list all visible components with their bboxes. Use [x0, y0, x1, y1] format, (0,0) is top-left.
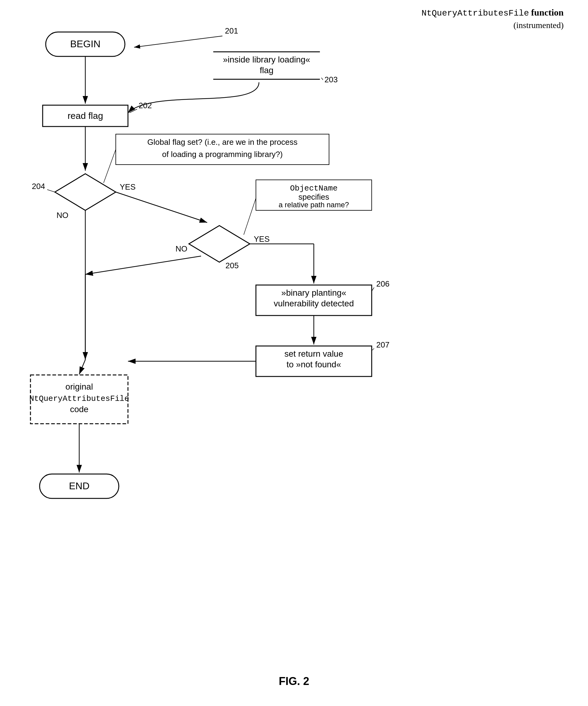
- original-text2: NtQueryAttributesFile: [29, 394, 129, 403]
- no-label-2: NO: [175, 244, 187, 253]
- end-node-text: END: [69, 480, 90, 492]
- original-text1: original: [66, 382, 93, 391]
- svg-line-31: [79, 360, 85, 374]
- svg-line-22: [85, 256, 201, 274]
- vuln-text1: »binary planting«: [281, 288, 346, 298]
- objectname-label: ObjectName: [290, 184, 338, 193]
- yes-label-2: YES: [254, 234, 269, 243]
- svg-marker-13: [55, 174, 116, 210]
- set-return-text1: set return value: [285, 349, 343, 358]
- objectname-specifies-text2: a relative path name?: [279, 201, 349, 209]
- ref-205: 205: [225, 261, 239, 270]
- fig-label: FIG. 2: [279, 675, 309, 688]
- begin-node-text: BEGIN: [70, 38, 100, 49]
- svg-line-8: [134, 36, 222, 47]
- set-return-text2: to »not found«: [286, 360, 341, 369]
- ref-201: 201: [225, 26, 238, 35]
- svg-line-12: [103, 149, 116, 183]
- ref-206: 206: [376, 279, 389, 288]
- svg-line-9: [322, 78, 323, 80]
- svg-line-15: [116, 192, 207, 223]
- inside-lib-flag-text1: »inside library loading«: [223, 55, 310, 64]
- diagram-container: NtQueryAttributesFile function (instrume…: [0, 0, 588, 706]
- ref-203: 203: [325, 75, 338, 84]
- svg-line-18: [244, 198, 256, 235]
- read-flag-text: read flag: [68, 111, 103, 121]
- yes-label-1: YES: [120, 182, 135, 191]
- global-flag-text1: Global flag set? (i.e., are we in the pr…: [148, 138, 298, 147]
- inside-lib-flag-text2: flag: [260, 66, 273, 75]
- original-text3: code: [70, 404, 89, 414]
- no-label-1: NO: [57, 211, 69, 220]
- global-flag-text2: of loading a programming library?): [162, 150, 283, 159]
- ref-204: 204: [32, 182, 45, 191]
- flowchart-svg: BEGIN read flag 202 »inside library load…: [0, 0, 588, 671]
- ref-207: 207: [376, 340, 389, 349]
- vuln-text2: vulnerability detected: [274, 299, 354, 308]
- svg-line-14: [47, 190, 55, 192]
- objectname-specifies-text1: specifies: [298, 192, 329, 201]
